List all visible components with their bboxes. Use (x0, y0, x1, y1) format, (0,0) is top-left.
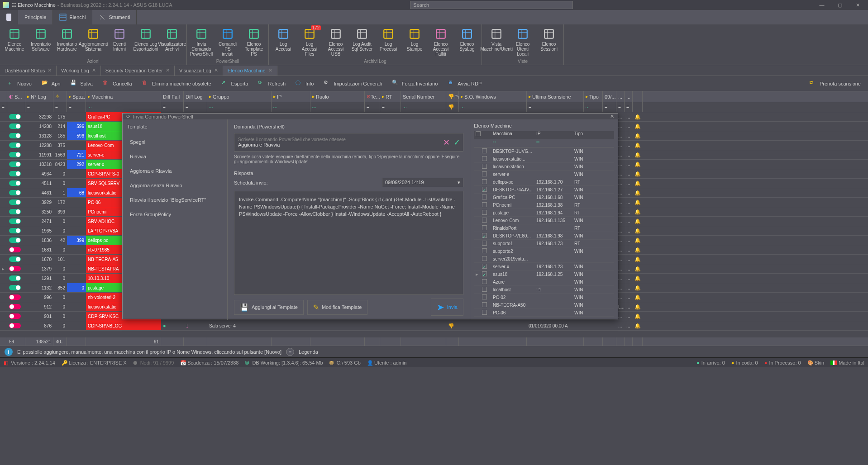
filter-mac[interactable]: ▫▫ (86, 102, 161, 112)
toolbar-btn-refresh[interactable]: ⟳Refresh (254, 78, 289, 89)
filter-a[interactable]: = (53, 102, 67, 112)
filter-ip[interactable]: ▫▫ (272, 102, 310, 112)
filter-bell[interactable] (633, 102, 643, 112)
toggle-switch[interactable] (9, 152, 21, 157)
toggle-switch[interactable] (9, 114, 21, 119)
doc-tab-elenco-macchine[interactable]: Elenco Macchine✕ (223, 66, 277, 76)
row-checkbox[interactable] (482, 279, 487, 284)
minimize-button[interactable]: — (815, 2, 829, 8)
filter-ruolo[interactable]: ▫▫ (310, 102, 365, 112)
toggle-switch[interactable] (9, 180, 21, 186)
filter-spaz[interactable]: = (67, 102, 86, 112)
row-checkbox[interactable] (482, 164, 487, 169)
template-item[interactable]: Forza GroupPolicy (127, 207, 223, 222)
ribbon-btn-log-accessi[interactable]: 172Log AccessiFiles (297, 26, 322, 58)
ribbon-btn-elenco[interactable]: ElencoSysLog (454, 26, 480, 58)
col-te[interactable]: ⊘Te... (365, 91, 380, 102)
status-skin[interactable]: 🎨Skin (807, 360, 824, 365)
ribbon-btn-comandi-ps[interactable]: Comandi PSinviati (215, 26, 240, 58)
toggle-switch[interactable] (9, 161, 21, 167)
col-dlog[interactable]: Diff Log (184, 91, 207, 102)
row-checkbox[interactable] (482, 210, 487, 215)
select-all-checkbox[interactable] (476, 131, 481, 136)
row-checkbox[interactable] (482, 218, 487, 223)
prenota-scansione-button[interactable]: ⧉Prenota scansione (806, 78, 864, 89)
edit-template-button[interactable]: ✎Modifica Template (307, 300, 367, 315)
col-a[interactable]: ⚠ (53, 91, 67, 102)
close-icon[interactable]: ✕ (268, 67, 272, 73)
filter-sn[interactable]: ▫▫ (401, 102, 446, 112)
tab-principale[interactable]: Principale (18, 10, 53, 24)
ribbon-btn-log-processi[interactable]: Log Processi (376, 26, 401, 58)
filter-so[interactable]: ▫▫ (459, 102, 527, 112)
col-d3[interactable]: ... (625, 91, 633, 102)
filter-gruppo[interactable]: ▫▫ (207, 102, 272, 112)
template-item[interactable]: Riavvia (127, 149, 223, 164)
ribbon-btn-elenco-utenti[interactable]: Elenco UtentiLocali (510, 26, 535, 58)
col-bell[interactable] (633, 91, 643, 102)
col-ip[interactable]: ▸IP (272, 91, 310, 102)
close-icon[interactable]: ✕ (166, 67, 170, 73)
toolbar-btn-nuovo[interactable]: ＋Nuovo (4, 78, 35, 89)
filter-dlog[interactable]: = (184, 102, 207, 112)
toggle-switch[interactable] (9, 199, 21, 205)
machine-row[interactable]: PCnoemi192.168.1.38RT (474, 201, 614, 209)
toggle-switch[interactable] (9, 304, 21, 309)
ribbon-btn-aggiornamenti[interactable]: AggiornamentiSistema (81, 26, 106, 58)
col-us[interactable]: ▸Ultima Scansione (527, 91, 584, 102)
filter-dfail[interactable]: = (161, 102, 184, 112)
ribbon-btn-log-stampe[interactable]: Log Stampe (402, 26, 427, 58)
machine-row[interactable]: supporto1192.168.1.73RT (474, 240, 614, 247)
toolbar-btn-apri[interactable]: 📂Apri (38, 78, 64, 89)
tab-elenchi[interactable]: Elenchi (53, 10, 92, 24)
schedule-datetime-select[interactable]: 09/09/2024 14:19 ▾ (382, 178, 463, 187)
col-ip[interactable]: IP (534, 131, 572, 139)
template-item[interactable]: Spegni (127, 135, 223, 149)
ribbon-btn-inventario[interactable]: InventarioHardware (54, 26, 80, 58)
row-checkbox[interactable] (482, 248, 487, 253)
machine-row[interactable]: ▸asus18192.168.1.25WIN (474, 270, 614, 278)
ribbon-btn-log-audit[interactable]: Log AuditSql Server (349, 26, 375, 58)
machine-row[interactable]: DESKTOP-VE80...192.168.1.98WIN (474, 232, 614, 240)
filter-nlog[interactable]: = (25, 102, 53, 112)
filter-us[interactable]: = (527, 102, 584, 112)
row-checkbox[interactable] (482, 225, 487, 230)
ribbon-btn-elenco[interactable]: ElencoTemplate PS (241, 26, 267, 58)
col-ruolo[interactable]: ▸Ruolo (310, 91, 365, 102)
row-checkbox[interactable] (482, 256, 487, 261)
machine-row[interactable]: server-eWIN (474, 171, 614, 178)
machine-row[interactable]: PC-02WIN (474, 294, 614, 301)
col-d1[interactable]: 09/... (603, 91, 616, 102)
toolbar-btn-info[interactable]: ⓘInfo (292, 78, 317, 89)
toolbar-btn-salva[interactable]: 💾Salva (67, 78, 96, 89)
col-so[interactable]: ▸S.O. Windows (459, 91, 527, 102)
filter-sw[interactable] (7, 102, 25, 112)
toggle-switch[interactable] (9, 323, 21, 328)
toggle-switch[interactable] (9, 142, 21, 148)
filter-d1[interactable]: = (603, 102, 616, 112)
machine-row[interactable]: DESKTOP-1UVG...WIN (474, 147, 614, 155)
ribbon-btn-eventi[interactable]: EventiInterni (107, 26, 132, 58)
powershell-command-input[interactable]: Scrivete il comando PowerShell che vorre… (234, 133, 463, 152)
search-input[interactable]: Search (410, 1, 573, 9)
col-d2[interactable]: ... (616, 91, 625, 102)
col-rt[interactable]: ▸RT (380, 91, 401, 102)
machine-row[interactable]: DESKTOP-74AJV...192.168.1.27WIN (474, 186, 614, 194)
toolbar-btn-forza-inventario[interactable]: 🔍Forza Inventario (388, 78, 441, 89)
row-checkbox[interactable] (482, 302, 487, 307)
row-checkbox[interactable] (482, 195, 487, 199)
template-item[interactable]: Aggiorna e Riavvia (127, 164, 223, 178)
machine-row[interactable]: server2019virtu... (474, 255, 614, 263)
doc-tab-dashboard-status[interactable]: DashBoard Status✕ (0, 66, 57, 76)
row-checkbox[interactable] (482, 148, 487, 153)
toggle-switch[interactable] (9, 228, 21, 233)
row-checkbox[interactable] (482, 233, 487, 238)
ribbon-btn-elenco[interactable]: ElencoSessioni (536, 26, 562, 58)
filter-te[interactable]: = (365, 102, 380, 112)
confirm-icon[interactable]: ✓ (453, 138, 460, 147)
machine-row[interactable]: server-x192.168.1.23WIN (474, 263, 614, 270)
toggle-switch[interactable] (9, 256, 21, 262)
close-icon[interactable]: ✕ (92, 67, 96, 73)
toggle-switch[interactable] (9, 313, 21, 319)
ribbon-btn-elenco-log[interactable]: Elenco LogEsportazioni (133, 26, 158, 58)
